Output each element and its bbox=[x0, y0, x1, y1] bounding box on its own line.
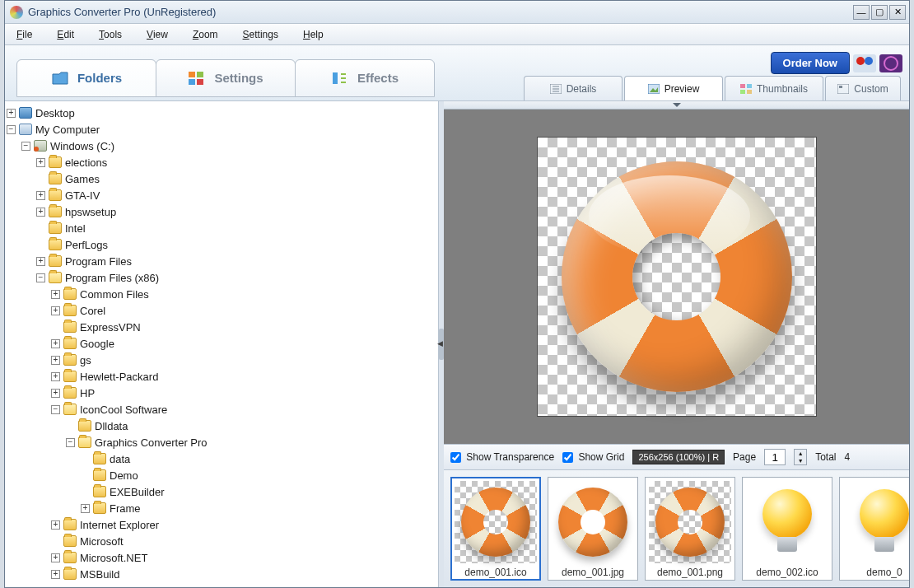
tree-expander[interactable]: + bbox=[51, 372, 60, 381]
tree-item[interactable]: data bbox=[7, 450, 436, 467]
tree-item[interactable]: + hpswsetup bbox=[7, 203, 436, 220]
menu-view[interactable]: View bbox=[147, 29, 168, 40]
menu-zoom[interactable]: Zoom bbox=[193, 29, 218, 40]
tree-expander[interactable]: + bbox=[51, 306, 60, 315]
order-now-button[interactable]: Order Now bbox=[771, 52, 850, 74]
minimize-button[interactable]: — bbox=[853, 5, 870, 20]
tree-item[interactable]: − My Computer bbox=[7, 121, 436, 138]
menu-file[interactable]: File bbox=[16, 29, 32, 40]
preview-image bbox=[562, 161, 792, 392]
menu-help[interactable]: Help bbox=[303, 29, 324, 40]
tree-item[interactable]: − Graphics Converter Pro bbox=[7, 434, 436, 450]
subtab-custom[interactable]: Custom bbox=[825, 76, 901, 100]
window-title: Graphics Converter Pro (UnRegistered) bbox=[28, 6, 853, 18]
tree-item[interactable]: + Hewlett-Packard bbox=[7, 368, 436, 385]
tree-item[interactable]: PerfLogs bbox=[7, 236, 436, 253]
tree-item[interactable]: + Google bbox=[7, 335, 436, 352]
tree-item[interactable]: Games bbox=[7, 170, 436, 187]
tree-expander[interactable]: − bbox=[51, 405, 60, 414]
menu-edit[interactable]: Edit bbox=[57, 29, 74, 40]
tree-item-label: Desktop bbox=[35, 107, 75, 119]
tree-expander[interactable]: + bbox=[81, 504, 90, 513]
thumbnail-item[interactable]: demo_001.png bbox=[645, 477, 735, 581]
maximize-button[interactable]: ▢ bbox=[871, 5, 888, 20]
order-area: Order Now bbox=[771, 52, 902, 74]
tree-item-label: Games bbox=[65, 173, 100, 185]
page-spinner[interactable]: ▲▼ bbox=[794, 449, 807, 465]
tree-expander[interactable]: + bbox=[51, 570, 60, 579]
tree-expander[interactable]: + bbox=[36, 158, 45, 167]
tree-expander[interactable]: + bbox=[36, 191, 45, 200]
folder-icon bbox=[63, 354, 77, 366]
folder-icon bbox=[63, 552, 77, 563]
svg-rect-12 bbox=[747, 84, 752, 88]
subtab-thumbnails-label: Thumbnails bbox=[757, 83, 808, 95]
tree-expander[interactable]: + bbox=[36, 208, 45, 217]
tree-item[interactable]: + Frame bbox=[7, 500, 436, 516]
tree-item[interactable]: Microsoft bbox=[7, 533, 436, 549]
tree-expander[interactable]: + bbox=[51, 290, 60, 299]
tree-item[interactable]: + Desktop bbox=[7, 105, 436, 121]
tree-item-label: Demo bbox=[110, 469, 138, 482]
tree-item[interactable]: + Corel bbox=[7, 302, 436, 319]
tab-folders[interactable]: Folders bbox=[16, 59, 156, 97]
tree-item[interactable]: + GTA-IV bbox=[7, 187, 436, 203]
show-transparence-checkbox[interactable]: Show Transparence bbox=[450, 451, 554, 463]
tree-item[interactable]: − Program Files (x86) bbox=[7, 269, 436, 286]
panel-collapse-handle[interactable] bbox=[444, 101, 909, 110]
thumbnail-item[interactable]: demo_0 bbox=[839, 477, 909, 581]
tree-item[interactable]: + Common Files bbox=[7, 286, 436, 302]
thumbnail-strip[interactable]: demo_001.ico demo_001.jpg demo_001.png d… bbox=[444, 469, 909, 587]
thumbnail-item[interactable]: demo_002.ico bbox=[742, 477, 832, 581]
folder-icon bbox=[63, 568, 77, 580]
tree-expander[interactable]: − bbox=[36, 273, 45, 282]
tree-expander[interactable]: + bbox=[7, 109, 16, 118]
tree-item[interactable]: + gs bbox=[7, 352, 436, 368]
preview-viewport[interactable] bbox=[444, 110, 909, 444]
tree-expander[interactable]: − bbox=[7, 125, 16, 134]
tree-item[interactable]: − Windows (C:) bbox=[7, 138, 436, 154]
tree-item[interactable]: EXEBuilder bbox=[7, 483, 436, 500]
tree-item-label: MSBuild bbox=[80, 568, 119, 581]
tree-item[interactable]: + Program Files bbox=[7, 253, 436, 269]
tree-expander[interactable]: − bbox=[21, 142, 30, 151]
tree-item[interactable]: − IconCool Software bbox=[7, 401, 436, 418]
tree-item[interactable]: ExpressVPN bbox=[7, 319, 436, 335]
tree-item-label: My Computer bbox=[35, 124, 100, 136]
tab-effects[interactable]: Effects bbox=[295, 59, 435, 97]
show-grid-checkbox[interactable]: Show Grid bbox=[562, 451, 624, 463]
subtab-preview[interactable]: Preview bbox=[624, 76, 723, 100]
tree-expander[interactable]: + bbox=[51, 339, 60, 348]
svg-rect-1 bbox=[197, 72, 203, 77]
tree-item[interactable]: + MSBuild bbox=[7, 566, 436, 582]
menu-tools[interactable]: Tools bbox=[99, 29, 122, 40]
tree-item[interactable]: + HP bbox=[7, 385, 436, 401]
tree-expander[interactable]: + bbox=[51, 520, 60, 530]
subtab-details[interactable]: Details bbox=[524, 76, 623, 100]
tree-item-label: hpswsetup bbox=[65, 206, 116, 218]
tree-item[interactable]: + Microsoft.NET bbox=[7, 549, 436, 566]
tab-settings[interactable]: Settings bbox=[156, 59, 296, 97]
tree-item-label: elections bbox=[65, 156, 107, 169]
subtab-thumbnails[interactable]: Thumbnails bbox=[725, 76, 823, 100]
app-icon bbox=[10, 6, 23, 19]
close-button[interactable]: ✕ bbox=[889, 5, 906, 20]
menu-settings[interactable]: Settings bbox=[243, 29, 278, 40]
thumbnail-item[interactable]: demo_001.jpg bbox=[548, 477, 638, 581]
tree-expander[interactable]: + bbox=[51, 389, 60, 398]
tree-item[interactable]: Intel bbox=[7, 220, 436, 236]
thumbnail-item[interactable]: demo_001.ico bbox=[450, 477, 541, 581]
page-input[interactable] bbox=[764, 449, 786, 465]
tree-item[interactable]: Demo bbox=[7, 467, 436, 483]
tree-item[interactable]: + elections bbox=[7, 154, 436, 170]
tree-item-label: GTA-IV bbox=[65, 189, 100, 202]
tree-expander[interactable]: + bbox=[51, 553, 60, 562]
tree-expander[interactable]: + bbox=[36, 257, 45, 266]
thumbnail-label: demo_002.ico bbox=[746, 567, 828, 578]
folder-tree-pane[interactable]: + Desktop − My Computer − Windows (C:) +… bbox=[5, 101, 439, 587]
tree-item[interactable]: + Internet Explorer bbox=[7, 516, 436, 533]
tree-item-label: EXEBuilder bbox=[110, 486, 164, 498]
tree-item[interactable]: Dlldata bbox=[7, 418, 436, 434]
tree-expander[interactable]: − bbox=[66, 438, 75, 447]
tree-expander[interactable]: + bbox=[51, 356, 60, 365]
